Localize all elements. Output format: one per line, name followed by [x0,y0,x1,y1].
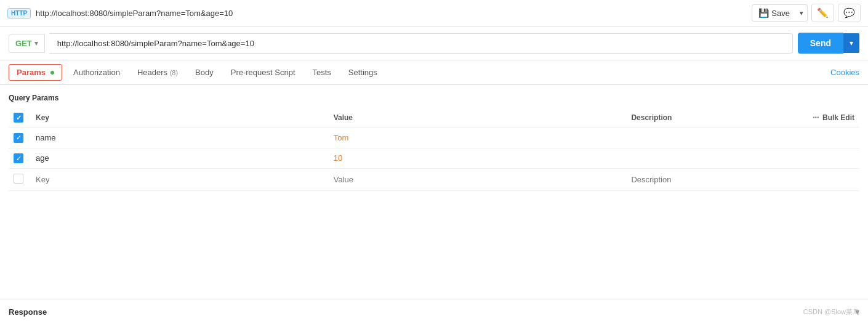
watermark: CSDN @Slow菜鸟 [803,307,859,317]
response-area: Response ▾ [0,299,868,324]
select-all-checkbox[interactable]: ✓ [14,113,23,123]
top-bar-actions: 💾 Save ▾ ✏️ 💬 [752,4,861,22]
comment-button[interactable]: 💬 [838,4,861,22]
tabs-row: Params Authorization Headers (8) Body Pr… [0,60,868,85]
send-dropdown-button[interactable]: ▾ [843,33,859,53]
tab-params-label: Params [17,68,46,77]
col-header-value: Value [329,108,627,128]
top-bar-url: http://localhost:8080/simpleParam?name=T… [36,9,747,18]
tab-body[interactable]: Body [187,62,222,83]
tab-prerequest-label: Pre-request Script [231,68,295,77]
tab-tests[interactable]: Tests [304,62,340,83]
col-header-check: ✓ [9,108,31,128]
row-checkbox-age[interactable]: ✓ [14,153,23,163]
method-select[interactable]: GET ▾ [9,34,45,53]
cookies-link[interactable]: Cookies [830,62,859,83]
save-dropdown-button[interactable]: ▾ [796,4,808,22]
tab-authorization-label: Authorization [73,68,120,77]
tab-tests-label: Tests [313,68,331,77]
table-row-empty [9,169,859,191]
http-badge: HTTP [7,8,31,18]
tab-headers-badge: (8) [170,69,178,76]
tab-headers-label: Headers [137,68,167,77]
col-header-desc: Description [626,108,798,128]
col-header-actions: ··· Bulk Edit [798,108,859,128]
params-table: ✓ Key Value Description ··· Bulk Edit [9,108,859,191]
params-area: Query Params ✓ Key Value Description ···… [0,85,868,191]
bulk-edit-dots-icon: ··· [813,112,819,123]
bulk-edit-button[interactable]: Bulk Edit [822,113,854,122]
tab-params[interactable]: Params [9,60,62,84]
row-desc-empty[interactable] [631,175,793,184]
row-value-age[interactable] [334,153,622,163]
method-chevron-icon: ▾ [34,39,38,47]
save-icon: 💾 [758,8,769,18]
row-key-name[interactable] [36,133,324,142]
row-desc-name[interactable] [631,133,793,142]
tab-settings[interactable]: Settings [340,62,386,83]
row-checkbox-name[interactable]: ✓ [14,133,23,143]
send-btn-group: Send ▾ [798,33,859,54]
tab-body-label: Body [195,68,214,77]
tab-headers[interactable]: Headers (8) [129,62,187,83]
edit-button[interactable]: ✏️ [811,4,834,22]
row-key-age[interactable] [36,153,324,163]
col-header-key: Key [31,108,329,128]
row-value-name[interactable] [334,133,622,142]
url-bar: GET ▾ Send ▾ [0,26,868,60]
query-params-title: Query Params [9,94,859,102]
url-input[interactable] [50,33,793,54]
params-dot [50,71,54,75]
tab-authorization[interactable]: Authorization [65,62,129,83]
row-key-empty[interactable] [36,175,324,184]
tab-prerequest[interactable]: Pre-request Script [222,62,304,83]
method-label: GET [15,39,32,48]
row-value-empty[interactable] [334,175,622,184]
save-button[interactable]: 💾 Save [752,4,796,22]
tab-settings-label: Settings [348,68,377,77]
row-desc-age[interactable] [631,153,793,163]
top-bar: HTTP http://localhost:8080/simpleParam?n… [0,0,868,26]
send-button[interactable]: Send [798,33,843,54]
row-checkbox-empty[interactable] [14,174,23,184]
save-label: Save [771,9,790,18]
response-label: Response [9,307,47,317]
save-group: 💾 Save ▾ [752,4,808,22]
table-row: ✓ [9,148,859,169]
table-row: ✓ [9,128,859,148]
